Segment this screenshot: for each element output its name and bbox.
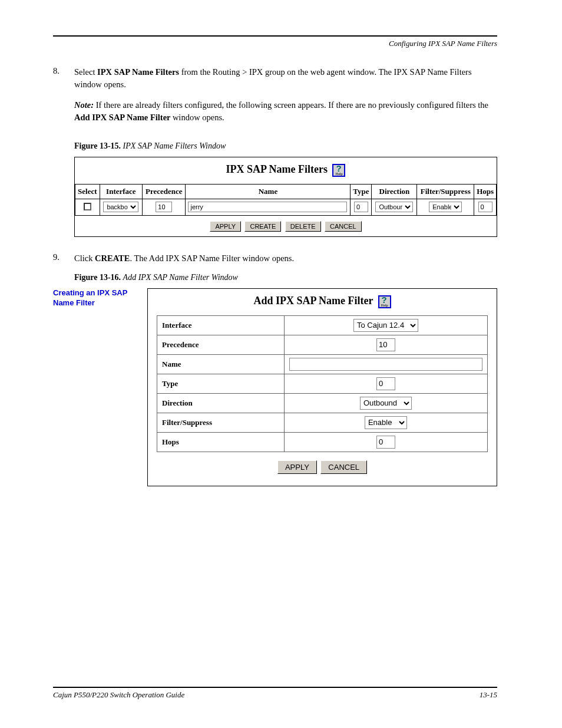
fig1-label: Figure 13-15. — [74, 141, 123, 150]
th-hops: Hops — [474, 184, 497, 199]
step8-bold: IPX SAP Name Filters — [97, 67, 179, 77]
footer: Cajun P550/P220 Switch Operation Guide 1… — [53, 690, 497, 700]
screenshot-2: Add IPX SAP Name Filter Interface To Caj… — [147, 288, 497, 486]
add-precedence-input[interactable] — [376, 338, 395, 351]
page-header: Configuring IPX SAP Name Filters — [53, 39, 497, 48]
lbl-precedence: Precedence — [157, 335, 285, 354]
step8-text-a: Select — [74, 67, 97, 77]
table-row: backbone Outbound Enable — [75, 199, 497, 215]
add-cancel-button[interactable]: CANCEL — [320, 460, 367, 474]
lbl-name: Name — [157, 354, 285, 374]
help-icon[interactable] — [332, 164, 345, 177]
step9-body: Click CREATE. The Add IPX SAP Name Filte… — [74, 252, 294, 265]
help-icon[interactable] — [378, 295, 391, 308]
filtsup-select[interactable]: Enable — [429, 202, 462, 212]
add-filtsup-select[interactable]: Enable — [365, 416, 407, 429]
shot1-buttons: APPLY CREATE DELETE CANCEL — [75, 216, 497, 236]
note-text: If there are already filters configured,… — [96, 100, 488, 110]
footer-left: Cajun P550/P220 Switch Operation Guide — [53, 690, 184, 700]
fig1-title: IPX SAP Name Filters Window — [123, 141, 226, 150]
fig2-title: Add IPX SAP Name Filter Window — [123, 273, 238, 282]
row-interface: Interface To Cajun 12.4 — [157, 315, 488, 335]
row-precedence: Precedence — [157, 335, 488, 354]
select-checkbox[interactable] — [84, 203, 91, 210]
row-filtsup: Filter/Suppress Enable — [157, 413, 488, 432]
step8-body: Select IPX SAP Name Filters from the Rou… — [74, 66, 497, 91]
shot2-buttons: APPLY CANCEL — [148, 452, 497, 479]
apply-button[interactable]: APPLY — [210, 221, 241, 232]
note-bold2: Add IPX SAP Name Filter — [74, 113, 173, 122]
filters-table: Select Interface Precedence Name Type Di… — [75, 184, 497, 216]
direction-select[interactable]: Outbound — [375, 202, 413, 212]
row-name: Name — [157, 354, 488, 374]
note-text2: window opens. — [173, 113, 224, 122]
shot1-title-row: IPX SAP Name Filters — [75, 157, 497, 184]
note-block: Note: If there are already filters confi… — [74, 99, 497, 124]
th-name: Name — [186, 184, 351, 199]
shot2-title: Add IPX SAP Name Filter — [253, 295, 373, 307]
step9-bold[interactable]: CREATE — [95, 253, 130, 263]
add-filter-table: Interface To Cajun 12.4 Precedence Name … — [157, 315, 488, 452]
side-heading: Creating an IPX SAP Name Filter — [53, 288, 147, 308]
type-input[interactable] — [354, 202, 368, 212]
lbl-type: Type — [157, 374, 285, 393]
step8-number: 8. — [53, 66, 74, 91]
fig2-label: Figure 13-16. — [74, 273, 123, 282]
step9-b: . The Add IPX SAP Name Filter window ope… — [130, 253, 294, 263]
add-name-input[interactable] — [289, 358, 482, 371]
precedence-input[interactable] — [156, 202, 172, 212]
add-interface-select[interactable]: To Cajun 12.4 — [353, 319, 418, 332]
shot2-title-row: Add IPX SAP Name Filter — [148, 289, 497, 315]
add-apply-button[interactable]: APPLY — [277, 460, 317, 474]
th-select: Select — [75, 184, 100, 199]
lbl-filtsup: Filter/Suppress — [157, 413, 285, 432]
add-hops-input[interactable] — [376, 436, 395, 449]
name-input[interactable] — [188, 202, 347, 212]
lbl-interface: Interface — [157, 315, 285, 335]
note-label: Note: — [74, 100, 96, 110]
cancel-button[interactable]: CANCEL — [325, 221, 362, 232]
header-rule — [53, 35, 497, 37]
th-filtsup: Filter/Suppress — [417, 184, 474, 199]
footer-right: 13-15 — [480, 690, 497, 700]
add-type-input[interactable] — [376, 377, 395, 390]
row-type: Type — [157, 374, 488, 393]
th-interface: Interface — [100, 184, 143, 199]
th-precedence: Precedence — [143, 184, 186, 199]
step9-number: 9. — [53, 252, 74, 265]
create-button[interactable]: CREATE — [244, 221, 281, 232]
row-direction: Direction Outbound — [157, 393, 488, 413]
step9-a: Click — [74, 253, 95, 263]
screenshot-1: IPX SAP Name Filters Select Interface Pr… — [74, 157, 497, 237]
row-hops: Hops — [157, 432, 488, 452]
add-direction-select[interactable]: Outbound — [360, 397, 412, 410]
interface-select[interactable]: backbone — [103, 202, 138, 212]
lbl-hops: Hops — [157, 432, 285, 452]
shot1-title: IPX SAP Name Filters — [226, 163, 328, 175]
hops-input[interactable] — [478, 202, 492, 212]
delete-button[interactable]: DELETE — [285, 221, 321, 232]
footer-rule — [53, 687, 497, 688]
th-direction: Direction — [372, 184, 417, 199]
th-type: Type — [351, 184, 372, 199]
lbl-direction: Direction — [157, 393, 285, 413]
